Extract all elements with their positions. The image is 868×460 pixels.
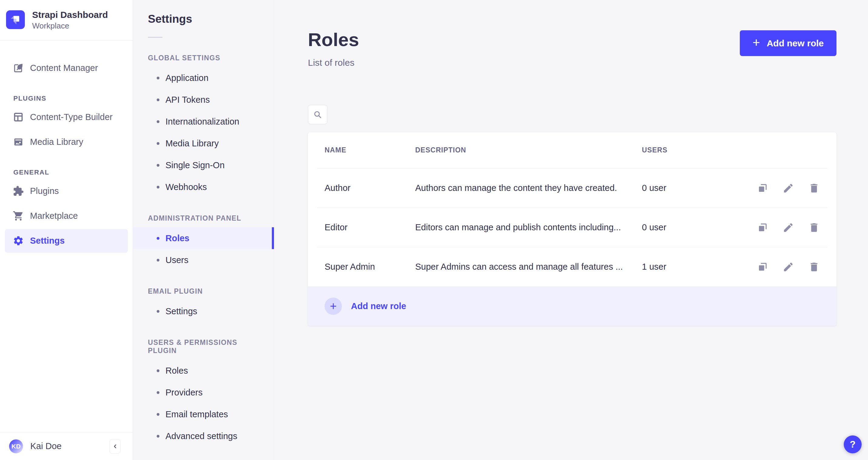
duplicate-icon: [757, 222, 768, 233]
subnav-item-label: Webhooks: [165, 182, 207, 192]
sidebar-item-label: Content Manager: [30, 63, 98, 73]
delete-button[interactable]: [808, 222, 820, 233]
duplicate-button[interactable]: [757, 261, 768, 273]
search-button[interactable]: [308, 105, 327, 124]
sidebar-item-content-type-builder[interactable]: Content-Type Builder: [5, 105, 128, 129]
cart-icon: [13, 210, 24, 221]
bullet-icon: [157, 259, 159, 262]
sidebar-user-area: KD Kai Doe: [0, 432, 133, 460]
cell-description: Authors can manage the content they have…: [415, 183, 642, 193]
user-name: Kai Doe: [30, 441, 102, 451]
sidebar-item-media-library[interactable]: Media Library: [5, 130, 128, 154]
delete-button[interactable]: [808, 182, 820, 194]
row-actions: [751, 222, 827, 233]
row-actions: [751, 261, 827, 273]
page-subtitle: List of roles: [308, 58, 359, 68]
edit-button[interactable]: [782, 182, 794, 194]
bullet-icon: [157, 369, 159, 372]
subnav-item-users[interactable]: Users: [133, 249, 274, 271]
collapse-sidebar-button[interactable]: [110, 439, 121, 454]
subnav-item-label: Advanced settings: [165, 431, 237, 441]
help-button[interactable]: ?: [844, 435, 862, 453]
chevron-left-icon: [112, 443, 119, 450]
bullet-icon: [157, 310, 159, 313]
app-title: Strapi Dashboard: [32, 9, 108, 21]
main-sidebar: Strapi Dashboard Workplace Content Manag…: [0, 0, 133, 460]
bullet-icon: [157, 186, 159, 188]
trash-icon: [808, 261, 820, 273]
sidebar-item-plugins[interactable]: Plugins: [5, 179, 128, 203]
sidebar-item-content-manager[interactable]: Content Manager: [5, 56, 128, 80]
edit-icon: [782, 182, 794, 194]
cell-users: 0 user: [642, 183, 751, 193]
subnav-section-users-permissions-plugin: USERS & PERMISSIONS PLUGIN: [148, 338, 259, 355]
table-add-new-role[interactable]: + Add new role: [308, 286, 836, 326]
table-row-editor[interactable]: Editor Editors can manage and publish co…: [317, 208, 827, 247]
settings-subnav: Settings GLOBAL SETTINGS Application API…: [133, 0, 274, 460]
subnav-item-label: Single Sign-On: [165, 160, 224, 170]
subnav-item-media-library[interactable]: Media Library: [133, 132, 274, 154]
sidebar-item-marketplace[interactable]: Marketplace: [5, 204, 128, 228]
subnav-item-roles[interactable]: Roles: [133, 227, 274, 249]
bullet-icon: [157, 142, 159, 145]
edit-button[interactable]: [782, 222, 794, 233]
subnav-item-label: Roles: [165, 366, 188, 376]
subnav-title: Settings: [148, 13, 274, 26]
brand-text: Strapi Dashboard Workplace: [32, 9, 108, 31]
sidebar-item-settings[interactable]: Settings: [5, 229, 128, 253]
edit-icon: [782, 222, 794, 233]
trash-icon: [808, 182, 820, 194]
cell-description: Editors can manage and publish contents …: [415, 222, 642, 233]
subnav-item-label: Email templates: [165, 409, 228, 420]
toolbar: [308, 105, 836, 124]
gear-icon: [13, 235, 24, 246]
cell-description: Super Admins can access and manage all f…: [415, 262, 642, 272]
subnav-item-label: Application: [165, 73, 209, 83]
table-row-author[interactable]: Author Authors can manage the content th…: [317, 168, 827, 208]
subnav-item-label: Internationalization: [165, 117, 239, 127]
subnav-item-advanced-settings[interactable]: Advanced settings: [133, 425, 274, 447]
bullet-icon: [157, 164, 159, 167]
delete-button[interactable]: [808, 261, 820, 273]
subnav-item-application[interactable]: Application: [133, 67, 274, 89]
subnav-divider: [148, 37, 162, 38]
subnav-item-email-templates[interactable]: Email templates: [133, 403, 274, 425]
cell-users: 1 user: [642, 262, 751, 272]
puzzle-icon: [13, 185, 24, 197]
duplicate-icon: [757, 261, 768, 273]
duplicate-button[interactable]: [757, 182, 768, 194]
table-add-new-role-label: Add new role: [351, 301, 406, 311]
table-row-super-admin[interactable]: Super Admin Super Admins can access and …: [317, 247, 827, 286]
sidebar-item-label: Settings: [30, 236, 65, 246]
cell-name: Editor: [324, 222, 415, 233]
duplicate-icon: [757, 182, 768, 194]
cell-users: 0 user: [642, 222, 751, 233]
avatar[interactable]: KD: [9, 439, 23, 453]
bullet-icon: [157, 435, 159, 437]
page-header: Roles List of roles + Add new role: [308, 30, 836, 68]
main-content: Roles List of roles + Add new role NAME …: [274, 0, 868, 460]
subnav-item-email-settings[interactable]: Settings: [133, 300, 274, 322]
subnav-item-label: Users: [165, 255, 188, 265]
bullet-icon: [157, 98, 159, 101]
add-new-role-button[interactable]: + Add new role: [740, 30, 836, 56]
bullet-icon: [157, 413, 159, 416]
subnav-item-api-tokens[interactable]: API Tokens: [133, 89, 274, 111]
column-header-name: NAME: [324, 146, 415, 154]
subnav-item-internationalization[interactable]: Internationalization: [133, 111, 274, 132]
search-icon: [313, 110, 322, 119]
subnav-section-administration-panel: ADMINISTRATION PANEL: [148, 214, 259, 222]
sidebar-item-label: Media Library: [30, 137, 83, 147]
subnav-item-providers[interactable]: Providers: [133, 381, 274, 403]
page-header-text: Roles List of roles: [308, 30, 359, 68]
sidebar-item-label: Content-Type Builder: [30, 112, 113, 122]
subnav-item-up-roles[interactable]: Roles: [133, 360, 274, 381]
duplicate-button[interactable]: [757, 222, 768, 233]
feather-icon: [13, 62, 24, 74]
edit-button[interactable]: [782, 261, 794, 273]
cell-name: Super Admin: [324, 262, 415, 272]
subnav-item-webhooks[interactable]: Webhooks: [133, 176, 274, 198]
workspace-name: Workplace: [32, 21, 108, 31]
subnav-item-single-sign-on[interactable]: Single Sign-On: [133, 154, 274, 176]
workspace-brand[interactable]: Strapi Dashboard Workplace: [0, 0, 133, 40]
